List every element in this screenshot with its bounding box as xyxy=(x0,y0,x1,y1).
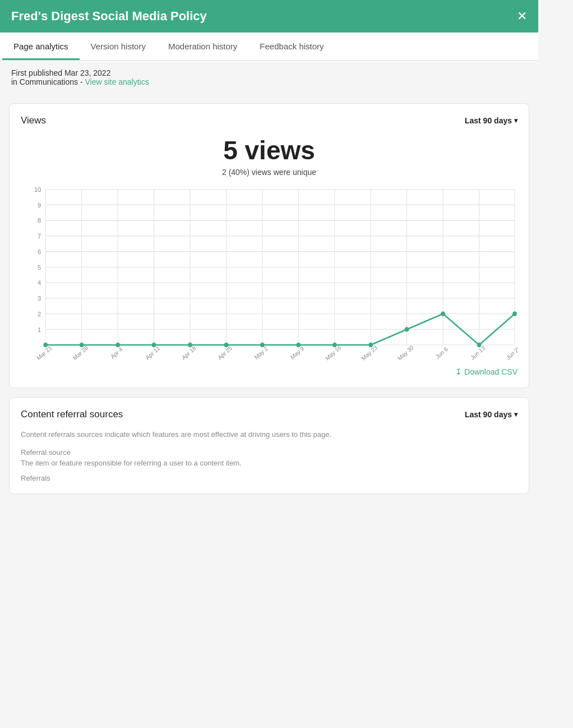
chevron-down-icon: ▾ xyxy=(514,411,517,418)
svg-point-55 xyxy=(260,343,265,348)
svg-text:May 2: May 2 xyxy=(253,345,269,360)
tab-moderation-history[interactable]: Moderation history xyxy=(157,33,248,60)
svg-text:Mar 21: Mar 21 xyxy=(36,344,53,361)
chart-svg: 10 9 8 7 6 5 4 3 2 1 xyxy=(21,183,517,363)
view-site-analytics-link[interactable]: View site analytics xyxy=(85,77,149,86)
referral-title: Content referral sources xyxy=(21,409,123,420)
in-text: in Communications - xyxy=(11,77,83,86)
download-icon: ↧ xyxy=(455,367,462,376)
referrals-label: Referrals xyxy=(21,474,517,482)
page-title: Fred's Digest Social Media Policy xyxy=(11,9,207,24)
svg-point-54 xyxy=(224,343,228,348)
modal-header: Fred's Digest Social Media Policy ✕ xyxy=(0,0,538,33)
svg-text:Apr 18: Apr 18 xyxy=(181,345,197,361)
svg-text:Apr 11: Apr 11 xyxy=(145,345,161,361)
download-row: ↧ Download CSV xyxy=(21,367,517,376)
referral-source-label: Referral source xyxy=(21,448,517,457)
views-period-selector[interactable]: Last 90 days ▾ xyxy=(465,116,517,125)
svg-point-59 xyxy=(405,327,409,332)
chevron-down-icon: ▾ xyxy=(514,117,517,125)
svg-text:4: 4 xyxy=(38,279,41,286)
svg-text:8: 8 xyxy=(38,217,41,224)
referral-period-selector[interactable]: Last 90 days ▾ xyxy=(465,410,517,419)
svg-point-61 xyxy=(477,343,482,348)
content-area: Views Last 90 days ▾ 5 views 2 (40%) vie… xyxy=(0,94,538,512)
referral-source-desc: The item or feature responsible for refe… xyxy=(21,458,517,469)
tab-page-analytics[interactable]: Page analytics xyxy=(2,33,80,60)
svg-point-58 xyxy=(368,343,373,348)
svg-text:10: 10 xyxy=(34,186,41,193)
views-count: 5 views xyxy=(21,135,517,165)
views-chart: 10 9 8 7 6 5 4 3 2 1 xyxy=(21,183,517,363)
svg-text:7: 7 xyxy=(38,233,41,239)
views-title: Views xyxy=(21,115,46,126)
svg-text:2: 2 xyxy=(38,311,41,317)
svg-text:9: 9 xyxy=(38,201,41,208)
tab-version-history[interactable]: Version history xyxy=(80,33,157,60)
close-button[interactable]: ✕ xyxy=(517,10,527,22)
svg-point-53 xyxy=(188,343,192,348)
svg-point-50 xyxy=(80,343,84,348)
svg-text:6: 6 xyxy=(38,248,41,255)
svg-point-51 xyxy=(115,343,120,348)
svg-point-56 xyxy=(296,343,301,348)
meta-bar: First published Mar 23, 2022 in Communic… xyxy=(0,61,538,94)
svg-text:Jun 20: Jun 20 xyxy=(505,345,517,361)
svg-text:Apr 4: Apr 4 xyxy=(109,346,123,360)
svg-text:Jun 6: Jun 6 xyxy=(435,345,449,360)
svg-text:Mar 28: Mar 28 xyxy=(72,344,89,361)
views-card-header: Views Last 90 days ▾ xyxy=(21,115,517,126)
tab-bar: Page analytics Version history Moderatio… xyxy=(0,33,538,61)
referral-description: Content referrals sources indicate which… xyxy=(21,429,517,440)
referral-card-header: Content referral sources Last 90 days ▾ xyxy=(21,409,517,420)
svg-point-49 xyxy=(43,343,48,348)
svg-point-52 xyxy=(152,343,156,348)
svg-text:5: 5 xyxy=(38,264,41,270)
svg-point-62 xyxy=(512,311,517,316)
svg-text:Jun 13: Jun 13 xyxy=(469,345,486,361)
svg-text:May 30: May 30 xyxy=(396,344,414,362)
svg-text:3: 3 xyxy=(38,295,41,302)
published-text: First published Mar 23, 2022 xyxy=(11,68,110,77)
svg-point-60 xyxy=(441,311,445,316)
views-unique: 2 (40%) views were unique xyxy=(21,168,517,177)
svg-point-57 xyxy=(332,343,337,348)
views-card: Views Last 90 days ▾ 5 views 2 (40%) vie… xyxy=(9,103,529,388)
svg-text:May 9: May 9 xyxy=(289,345,305,360)
svg-text:Apr 25: Apr 25 xyxy=(217,345,234,361)
svg-text:1: 1 xyxy=(38,326,41,333)
referral-sources-card: Content referral sources Last 90 days ▾ … xyxy=(9,397,529,494)
download-csv-link[interactable]: ↧ Download CSV xyxy=(455,367,517,376)
tab-feedback-history[interactable]: Feedback history xyxy=(248,33,335,60)
views-stats: 5 views 2 (40%) views were unique xyxy=(21,135,517,177)
